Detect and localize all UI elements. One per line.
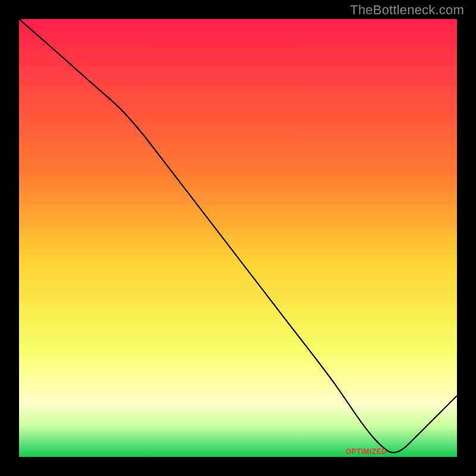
optimized-label: OPTIMIZED — [346, 447, 387, 456]
gradient-background — [19, 19, 457, 457]
watermark-text: TheBottleneck.com — [350, 2, 464, 18]
plot-area: OPTIMIZED — [18, 18, 458, 458]
chart-frame: TheBottleneck.com OPTIMIZED — [0, 0, 476, 476]
plot-svg: OPTIMIZED — [19, 19, 457, 457]
